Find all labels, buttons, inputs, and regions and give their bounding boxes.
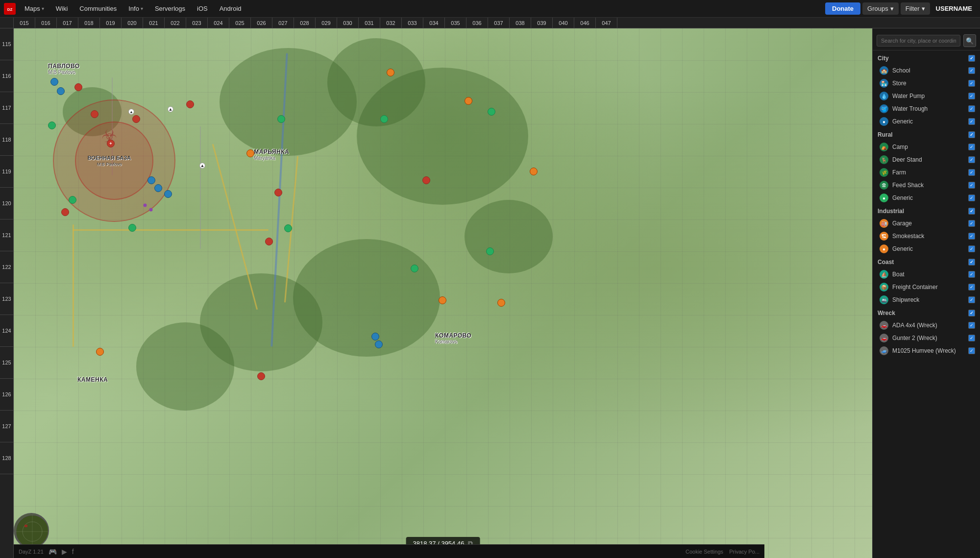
map-marker-green[interactable]: [277, 115, 285, 123]
filter-item[interactable]: ● Generic ✓: [873, 243, 980, 255]
category-header[interactable]: City✓: [873, 52, 980, 64]
nav-maps[interactable]: Maps ▾: [20, 3, 49, 14]
filter-item[interactable]: 📦 Freight Container ✓: [873, 281, 980, 293]
filter-item-check[interactable]: ✓: [968, 67, 975, 74]
map-marker-blue[interactable]: [375, 340, 383, 348]
filter-item[interactable]: 🚗 Gunter 2 (Wreck) ✓: [873, 332, 980, 344]
map-marker-red[interactable]: [132, 115, 140, 123]
filter-item-check[interactable]: ✓: [968, 245, 975, 252]
map-marker-blue[interactable]: [154, 184, 162, 192]
map-marker-orange[interactable]: [530, 168, 538, 175]
map-marker-blue[interactable]: [50, 78, 58, 86]
filter-item[interactable]: 🏚 Feed Shack ✓: [873, 179, 980, 192]
category-check[interactable]: ✓: [968, 259, 975, 266]
map-marker-red[interactable]: +: [107, 140, 115, 147]
filter-item-check[interactable]: ✓: [968, 271, 975, 278]
filter-item-check[interactable]: ✓: [968, 156, 975, 163]
map-marker-red[interactable]: [91, 110, 98, 118]
map-marker-blue[interactable]: [371, 333, 379, 340]
filter-item[interactable]: ⛺ Camp ✓: [873, 141, 980, 153]
filter-item[interactable]: 🏪 Store ✓: [873, 77, 980, 90]
map-marker-red[interactable]: [61, 208, 69, 216]
ruler-cell: 015: [14, 18, 35, 28]
donate-button[interactable]: Donate: [825, 2, 860, 15]
minimap[interactable]: [14, 513, 49, 548]
filter-item[interactable]: 🏗 Smokestack ✓: [873, 230, 980, 243]
filter-item[interactable]: 🏫 School ✓: [873, 64, 980, 77]
filter-item-check[interactable]: ✓: [968, 347, 975, 354]
filter-item-check[interactable]: ✓: [968, 284, 975, 291]
filter-item-check[interactable]: ✓: [968, 335, 975, 341]
filter-button[interactable]: Filter ▾: [901, 2, 930, 15]
filter-item[interactable]: 🪣 Water Trough ✓: [873, 102, 980, 115]
filter-item-check[interactable]: ✓: [968, 233, 975, 240]
category-check[interactable]: ✓: [968, 55, 975, 62]
filter-item[interactable]: ● Generic ✓: [873, 192, 980, 204]
map-marker-green[interactable]: [411, 265, 418, 272]
filter-item[interactable]: 🚗 ADA 4x4 (Wreck) ✓: [873, 319, 980, 332]
nav-wiki[interactable]: Wiki: [51, 3, 73, 14]
filter-item-check[interactable]: ✓: [968, 194, 975, 201]
filter-item-check[interactable]: ✓: [968, 144, 975, 150]
map-marker-white[interactable]: ▲: [128, 109, 134, 115]
map-marker-red[interactable]: [422, 176, 430, 184]
nav-ios[interactable]: iOS: [192, 3, 213, 14]
map-marker-green[interactable]: [69, 196, 76, 204]
map-area[interactable]: ☣ ПАВЛОВОM:B Pavlovo МАРЬЯНКАMaryanka КО…: [14, 28, 872, 558]
map-marker-red[interactable]: [186, 100, 194, 108]
filter-item[interactable]: 🦌 Deer Stand ✓: [873, 153, 980, 166]
map-marker-orange[interactable]: [439, 296, 446, 304]
nav-serverlogs[interactable]: Serverlogs: [150, 3, 190, 14]
map-marker-blue[interactable]: [147, 176, 155, 184]
category-check[interactable]: ✓: [968, 310, 975, 316]
filter-item-check[interactable]: ✓: [968, 105, 975, 112]
category-header[interactable]: Industrial✓: [873, 205, 980, 217]
map-marker-orange[interactable]: [465, 97, 472, 105]
nav-info[interactable]: Info ▾: [123, 3, 148, 14]
map-marker-green[interactable]: [488, 108, 495, 116]
map-marker-blue[interactable]: [164, 190, 172, 198]
map-marker-red[interactable]: [74, 83, 82, 91]
category-header[interactable]: Coast✓: [873, 256, 980, 268]
map-marker-green[interactable]: [486, 247, 494, 255]
filter-item-check[interactable]: ✓: [968, 169, 975, 176]
category-header[interactable]: Rural✓: [873, 129, 980, 141]
search-button[interactable]: 🔍: [963, 34, 976, 47]
map-marker-green[interactable]: [48, 121, 56, 129]
filter-item-check[interactable]: ✓: [968, 296, 975, 303]
category-header[interactable]: Wreck✓: [873, 307, 980, 319]
filter-item[interactable]: ⛵ Boat ✓: [873, 268, 980, 281]
map-marker-red[interactable]: [265, 238, 273, 245]
filter-item[interactable]: 🚢 Shipwreck ✓: [873, 293, 980, 306]
map-marker-green[interactable]: [128, 224, 136, 232]
map-marker-orange[interactable]: [96, 348, 104, 356]
filter-item[interactable]: 🌾 Farm ✓: [873, 166, 980, 179]
filter-item[interactable]: ● Generic ✓: [873, 115, 980, 128]
map-marker-orange[interactable]: [497, 299, 505, 307]
filter-item[interactable]: 💧 Water Pump ✓: [873, 90, 980, 102]
search-input[interactable]: [877, 35, 960, 47]
filter-item-check[interactable]: ✓: [968, 182, 975, 189]
cookie-settings-link[interactable]: Cookie Settings Privacy Po...: [686, 549, 760, 555]
map-marker-orange[interactable]: [246, 149, 254, 157]
filter-item[interactable]: 🚙 M1025 Humvee (Wreck) ✓: [873, 344, 980, 357]
filter-item-check[interactable]: ✓: [968, 322, 975, 329]
filter-item[interactable]: 🏭 Garage ✓: [873, 217, 980, 230]
map-marker-orange[interactable]: [387, 69, 394, 76]
category-check[interactable]: ✓: [968, 131, 975, 138]
nav-android[interactable]: Android: [215, 3, 246, 14]
map-marker-white[interactable]: ▲: [199, 163, 205, 169]
map-marker-green[interactable]: [284, 224, 292, 232]
filter-item-check[interactable]: ✓: [968, 93, 975, 99]
filter-item-check[interactable]: ✓: [968, 118, 975, 125]
groups-button[interactable]: Groups ▾: [862, 2, 899, 15]
filter-item-check[interactable]: ✓: [968, 220, 975, 227]
map-marker-red[interactable]: [257, 372, 265, 380]
map-marker-blue[interactable]: [57, 87, 65, 95]
nav-communities[interactable]: Communities: [74, 3, 122, 14]
filter-item-check[interactable]: ✓: [968, 80, 975, 87]
map-marker-red[interactable]: [274, 189, 282, 196]
map-marker-white[interactable]: ▲: [168, 106, 173, 112]
map-marker-green[interactable]: [380, 115, 388, 123]
category-check[interactable]: ✓: [968, 208, 975, 215]
